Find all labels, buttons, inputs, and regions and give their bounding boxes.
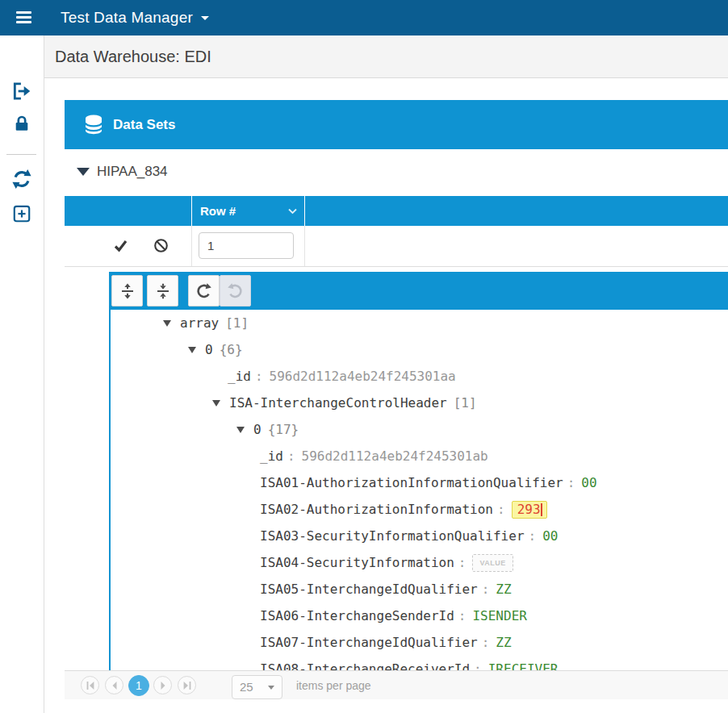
- key-value-separator: :: [287, 448, 295, 464]
- pagination-bar: 1 25 items per page: [65, 670, 728, 699]
- tree-key[interactable]: ISA01-AuthorizationInformationQualifier: [260, 475, 563, 490]
- key-value-separator: :: [497, 502, 505, 517]
- page-header: Data Warehouse: EDI: [44, 35, 728, 78]
- tree-value[interactable]: 00: [542, 528, 558, 544]
- tree-row: ISA04-SecurityInformation:VALUE: [111, 549, 728, 576]
- tree-row: 0{17}: [111, 416, 728, 443]
- top-navbar: Test Data Manager: [0, 0, 728, 35]
- hamburger-icon[interactable]: [16, 11, 31, 23]
- page-size-dropdown[interactable]: 25: [232, 675, 282, 699]
- tree-value[interactable]: 596d2d112a4eb24f245301aa: [270, 369, 456, 384]
- tree-key[interactable]: ISA05-InterchangeIdQualifier: [260, 582, 478, 597]
- table-row: [65, 226, 728, 267]
- grid-header-cell-row-number[interactable]: Row #: [192, 196, 304, 226]
- key-value-separator: :: [529, 528, 537, 544]
- last-page-button[interactable]: [178, 676, 196, 694]
- tree-row: ISA02-AuthorizationInformation:293: [111, 496, 728, 523]
- sidebar-divider: [6, 154, 36, 155]
- block-icon[interactable]: [153, 238, 169, 253]
- collapse-triangle-icon[interactable]: [212, 400, 221, 407]
- row-number-input[interactable]: [199, 232, 294, 259]
- page-size-value: 25: [240, 680, 253, 694]
- dropdown-caret-icon: [268, 686, 274, 690]
- chevron-down-icon: [201, 16, 209, 20]
- dataset-name: HIPAA_834: [97, 164, 168, 180]
- tree-row: ISA03-SecurityInformationQualifier:00: [111, 523, 728, 549]
- app-title: Test Data Manager: [61, 9, 193, 26]
- tree-key[interactable]: _id: [228, 369, 251, 384]
- tree-child-count: [1]: [225, 315, 249, 331]
- tree-row: 0{6}: [111, 336, 728, 363]
- tree-row: ISA-InterchangeControlHeader[1]: [111, 390, 728, 416]
- collapse-triangle-icon[interactable]: [236, 427, 245, 433]
- tree-key[interactable]: ISA02-AuthorizationInformation: [260, 502, 493, 517]
- text-cursor: [541, 503, 542, 516]
- column-divider: [304, 226, 305, 266]
- key-value-separator: :: [458, 555, 467, 570]
- tree-key[interactable]: _id: [260, 448, 283, 464]
- lock-icon[interactable]: [12, 114, 32, 133]
- redo-button[interactable]: [220, 275, 251, 306]
- collapse-triangle-icon[interactable]: [163, 320, 172, 327]
- tree-value[interactable]: 00: [581, 475, 596, 490]
- tree-row: _id:596d2d112a4eb24f245301ab: [111, 443, 728, 469]
- tree-key[interactable]: array: [180, 315, 219, 331]
- expand-all-button[interactable]: [111, 275, 143, 306]
- export-icon[interactable]: [10, 81, 33, 102]
- key-value-separator: :: [482, 635, 490, 650]
- dataset-toggle-hipaa-834[interactable]: HIPAA_834: [65, 149, 728, 196]
- items-per-page-label: items per page: [296, 679, 371, 692]
- tree-value[interactable]: ZZ: [496, 635, 511, 650]
- tree-row: ISA05-InterchangeIdQualifier:ZZ: [111, 576, 728, 603]
- datasets-title: Data Sets: [113, 100, 175, 149]
- key-value-separator: :: [482, 582, 490, 597]
- page-title: Data Warehouse: EDI: [44, 35, 728, 78]
- grid-header-cell-spacer: [305, 196, 728, 226]
- tree-row: ISA07-InterchangeIdQualifier:ZZ: [111, 629, 728, 656]
- confirm-icon[interactable]: [113, 238, 128, 253]
- tree-rows: array[1]0{6}_id:596d2d112a4eb24f245301aa…: [111, 310, 728, 670]
- column-divider: [191, 226, 192, 266]
- left-sidebar: [0, 35, 44, 713]
- current-page-button[interactable]: 1: [128, 675, 149, 696]
- datasets-header: Data Sets: [65, 100, 728, 149]
- tree-value[interactable]: ISENDER: [472, 608, 526, 623]
- tree-key[interactable]: ISA-InterchangeControlHeader: [229, 395, 447, 411]
- tree-value[interactable]: IRECEIVER: [488, 661, 559, 670]
- add-icon[interactable]: [11, 203, 32, 224]
- tree-key[interactable]: ISA04-SecurityInformation: [260, 555, 454, 570]
- tree-key[interactable]: 0: [253, 422, 261, 437]
- key-value-separator: :: [474, 661, 482, 670]
- current-page-number: 1: [136, 679, 142, 692]
- tree-value-editing[interactable]: 293: [512, 501, 547, 519]
- tree-row: ISA01-AuthorizationInformationQualifier:…: [111, 469, 728, 496]
- tree-key[interactable]: ISA08-InterchangeReceiverId: [260, 661, 470, 670]
- tree-key[interactable]: ISA03-SecurityInformationQualifier: [260, 528, 525, 544]
- tree-child-count: {17}: [268, 422, 299, 437]
- app-title-menu[interactable]: Test Data Manager: [61, 0, 209, 35]
- next-page-button[interactable]: [153, 676, 172, 694]
- tree-row: array[1]: [111, 310, 728, 336]
- tree-key[interactable]: ISA06-InterchangeSenderId: [260, 608, 454, 623]
- collapse-triangle-icon[interactable]: [188, 347, 197, 353]
- json-tree-panel: array[1]0{6}_id:596d2d112a4eb24f245301aa…: [109, 272, 728, 670]
- tree-key[interactable]: 0: [205, 342, 213, 357]
- tree-row: ISA08-InterchangeReceiverId:IRECEIVER: [111, 656, 728, 670]
- first-page-button[interactable]: [81, 676, 99, 694]
- key-value-separator: :: [458, 608, 467, 623]
- tree-toolbar: [111, 272, 728, 310]
- undo-button[interactable]: [188, 275, 220, 306]
- collapse-all-button[interactable]: [147, 275, 178, 306]
- key-value-separator: :: [567, 475, 575, 490]
- tree-value[interactable]: 596d2d112a4eb24f245301ab: [302, 448, 488, 464]
- tree-key[interactable]: ISA07-InterchangeIdQualifier: [260, 635, 478, 650]
- key-value-separator: :: [255, 369, 263, 384]
- tree-value[interactable]: ZZ: [496, 582, 511, 597]
- refresh-icon[interactable]: [11, 169, 33, 190]
- column-menu-chevron-icon[interactable]: [288, 208, 297, 215]
- previous-page-button[interactable]: [105, 676, 123, 694]
- tree-child-count: {6}: [220, 342, 243, 357]
- grid-header: Row #: [65, 196, 728, 226]
- tree-value-placeholder[interactable]: VALUE: [472, 554, 513, 572]
- tree-child-count: [1]: [454, 395, 477, 411]
